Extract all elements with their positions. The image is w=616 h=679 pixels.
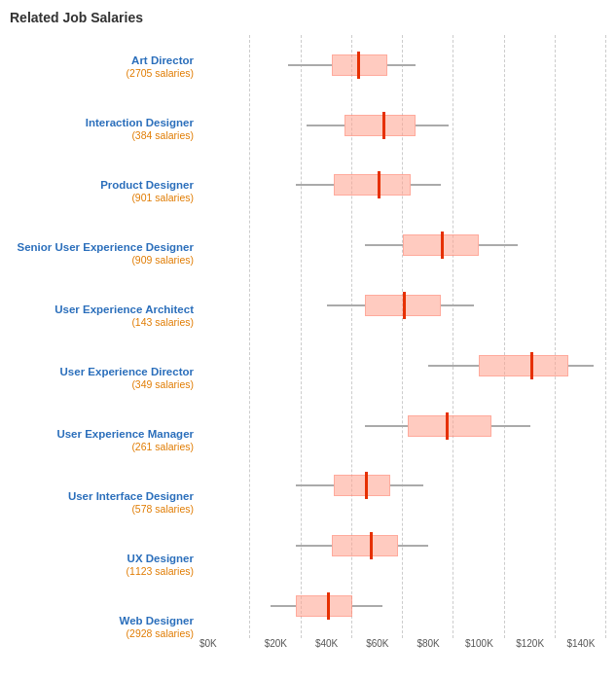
chart-row: [199, 215, 606, 275]
plot-column: $0K$20K$40K$60K$80K$100K$120K$140K: [199, 35, 606, 658]
chart-row: [199, 516, 606, 576]
whisker-left: [428, 365, 479, 367]
salary-count: (2705 salaries): [127, 67, 194, 79]
container: Related Job Salaries Art Director(2705 s…: [0, 0, 616, 679]
chart-row: [199, 275, 606, 336]
median-line: [382, 112, 385, 139]
x-axis-label: $0K: [199, 638, 250, 658]
median-line: [327, 592, 330, 620]
iqr-box: [332, 535, 398, 556]
median-line: [365, 472, 368, 499]
whisker-right: [479, 244, 517, 246]
job-title[interactable]: UX Designer: [127, 552, 194, 566]
whisker-left: [365, 425, 408, 427]
salary-count: (909 salaries): [131, 254, 194, 266]
whisker-right: [390, 484, 423, 486]
job-title[interactable]: Product Designer: [100, 178, 194, 193]
whisker-right: [491, 425, 529, 427]
x-axis-label: $40K: [302, 638, 352, 658]
x-axis-label: $20K: [250, 638, 301, 658]
rows-area: [199, 35, 606, 636]
iqr-box: [479, 355, 567, 376]
label-cell: Web Designer(2928 salaries): [10, 595, 199, 658]
chart-row: [199, 95, 606, 156]
chart-row: [199, 456, 606, 517]
x-axis-label: $80K: [403, 638, 453, 658]
chart-title: Related Job Salaries: [10, 10, 606, 25]
whisker-left: [327, 304, 365, 306]
salary-count: (901 salaries): [131, 192, 194, 203]
whisker-right: [398, 545, 428, 547]
whisker-left: [307, 125, 344, 126]
label-cell: UX Designer(1123 salaries): [10, 533, 199, 595]
x-axis: $0K$20K$40K$60K$80K$100K$120K$140K: [199, 638, 606, 658]
x-axis-label: $120K: [505, 638, 556, 658]
job-title[interactable]: Senior User Experience Designer: [17, 240, 194, 255]
whisker-left: [296, 545, 332, 547]
salary-count: (1123 salaries): [127, 565, 194, 577]
whisker-left: [288, 64, 331, 66]
label-cell: User Experience Director(349 salaries): [10, 346, 199, 409]
whisker-right: [387, 64, 416, 66]
whisker-left: [296, 184, 334, 186]
chart-row: [199, 156, 606, 216]
label-cell: Art Director(2705 salaries): [10, 35, 199, 97]
label-cell: User Experience Manager(261 salaries): [10, 409, 199, 471]
salary-count: (578 salaries): [131, 503, 194, 515]
chart-row: [199, 336, 606, 396]
job-title[interactable]: Art Director: [131, 54, 194, 68]
job-title[interactable]: Web Designer: [120, 614, 194, 628]
label-cell: Product Designer(901 salaries): [10, 160, 199, 222]
iqr-box: [296, 595, 351, 617]
whisker-right: [441, 304, 474, 306]
median-line: [403, 292, 406, 319]
x-axis-label: $100K: [453, 638, 504, 658]
whisker-right: [352, 605, 382, 607]
chart-row: [199, 35, 606, 95]
job-title[interactable]: User Experience Director: [60, 365, 194, 379]
iqr-box: [334, 475, 389, 496]
median-line: [441, 232, 444, 259]
iqr-box: [408, 415, 491, 437]
salary-count: (261 salaries): [131, 441, 194, 452]
median-line: [357, 52, 360, 79]
label-cell: User Interface Designer(578 salaries): [10, 471, 199, 533]
whisker-right: [411, 184, 441, 186]
whisker-right: [568, 365, 594, 367]
median-line: [530, 352, 533, 379]
chart-area: Art Director(2705 salaries)Interaction D…: [10, 35, 606, 658]
x-axis-label: $60K: [352, 638, 403, 658]
label-cell: User Experience Architect(143 salaries): [10, 284, 199, 346]
x-axis-label: $140K: [556, 638, 606, 658]
whisker-left: [365, 244, 403, 246]
job-title[interactable]: User Interface Designer: [68, 489, 194, 504]
whisker-left: [271, 605, 296, 607]
salary-count: (143 salaries): [131, 316, 194, 328]
label-cell: Interaction Designer(384 salaries): [10, 97, 199, 160]
label-cell: Senior User Experience Designer(909 sala…: [10, 222, 199, 284]
median-line: [446, 412, 449, 440]
iqr-box: [344, 115, 416, 136]
whisker-left: [296, 484, 334, 486]
job-title[interactable]: User Experience Architect: [54, 303, 194, 317]
iqr-box: [334, 174, 410, 196]
job-title[interactable]: User Experience Manager: [56, 427, 194, 442]
job-title[interactable]: Interaction Designer: [86, 116, 194, 130]
labels-column: Art Director(2705 salaries)Interaction D…: [10, 35, 199, 658]
whisker-right: [416, 125, 449, 126]
salary-count: (2928 salaries): [127, 627, 194, 639]
chart-row: [199, 576, 606, 636]
median-line: [378, 171, 380, 198]
median-line: [370, 532, 373, 559]
chart-row: [199, 396, 606, 456]
salary-count: (349 salaries): [131, 378, 194, 390]
salary-count: (384 salaries): [131, 129, 194, 141]
